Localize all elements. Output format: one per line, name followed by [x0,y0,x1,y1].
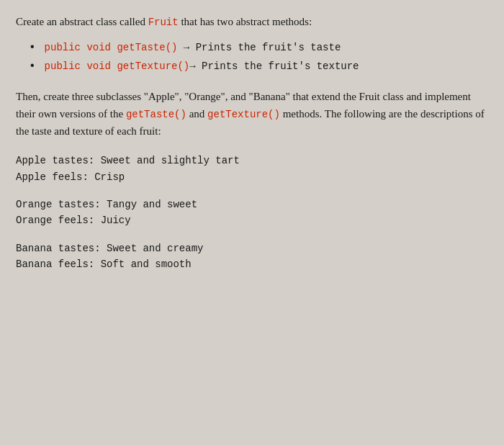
banana-texture-line: Banana feels: Soft and smooth [16,256,488,272]
apple-taste-value: Sweet and slightly tart [101,155,240,166]
get-taste-arrow: → [177,42,195,53]
banana-texture-label: Banana feels: [16,259,101,270]
orange-taste-label: Orange tastes: [16,199,107,210]
apple-texture-label: Apple feels: [16,171,94,183]
fruit-class-name: Fruit [148,17,179,28]
methods-list: public void getTaste() → Prints the frui… [29,40,488,74]
desc-method1: getTaste() [126,109,186,120]
banana-texture-value: Soft and smooth [101,259,192,270]
banana-block: Banana tastes: Sweet and creamy Banana f… [16,241,488,273]
orange-block: Orange tastes: Tangy and sweet Orange fe… [16,197,488,229]
description-paragraph: Then, create three subclasses "Apple", "… [16,88,488,140]
banana-taste-value: Sweet and creamy [107,243,203,254]
banana-taste-line: Banana tastes: Sweet and creamy [16,241,488,256]
desc-method2: getTexture() [207,109,280,120]
banana-taste-label: Banana tastes: [16,243,107,254]
apple-texture-value: Crisp [94,171,125,183]
fruits-container: Apple tastes: Sweet and slightly tart Ap… [16,153,488,272]
apple-block: Apple tastes: Sweet and slightly tart Ap… [16,153,488,185]
orange-texture-value: Juicy [101,215,131,226]
orange-texture-label: Orange feels: [16,215,101,226]
bullet-get-taste: public void getTaste() → Prints the frui… [29,40,488,56]
get-taste-code: public void getTaste() [45,42,178,53]
intro-text-part2: that has two abstract methods: [179,16,312,27]
apple-texture-line: Apple feels: Crisp [16,169,488,185]
orange-taste-value: Tangy and sweet [107,199,197,210]
orange-taste-line: Orange tastes: Tangy and sweet [16,197,488,212]
apple-taste-line: Apple tastes: Sweet and slightly tart [16,153,488,168]
get-texture-desc: Prints the fruit's texture [202,60,359,72]
bullet-get-texture: public void getTexture()→ Prints the fru… [29,59,488,75]
get-texture-arrow: → [189,60,202,72]
apple-taste-label: Apple tastes: [16,155,101,166]
intro-paragraph: Create an abstract class called Fruit th… [16,13,488,30]
desc-part2: and [186,108,207,120]
orange-texture-line: Orange feels: Juicy [16,212,488,228]
get-texture-code: public void getTexture() [45,60,190,72]
intro-text-part1: Create an abstract class called [16,16,148,27]
get-taste-desc: Prints the fruit's taste [196,42,341,53]
